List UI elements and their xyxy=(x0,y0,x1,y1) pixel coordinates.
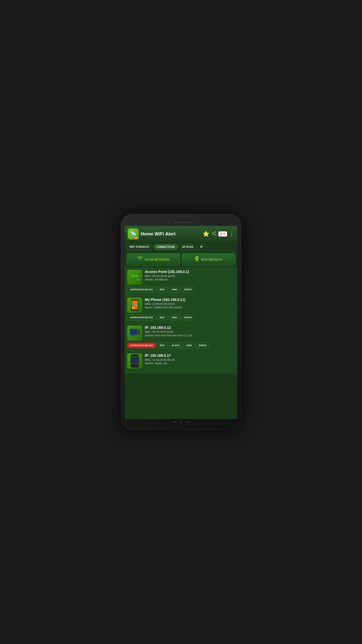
device-actions-2: UNTRUSTED DEVICE EDIT PING PORTS xyxy=(127,315,235,320)
device-icon-phone xyxy=(127,298,142,313)
svg-point-9 xyxy=(139,279,140,280)
google-plus-button[interactable]: g+1 xyxy=(218,231,227,236)
device-details-3: IP: 192.168.0.12 MAC: b8:76:3f:2f:53:d0 … xyxy=(145,326,235,337)
svg-point-18 xyxy=(134,310,135,311)
share-icon[interactable] xyxy=(211,231,216,237)
device-info-row-3: IP: 192.168.0.12 MAC: b8:76:3f:2f:53:d0 … xyxy=(127,326,235,341)
svg-rect-16 xyxy=(132,307,134,309)
svg-rect-31 xyxy=(132,358,138,362)
svg-point-8 xyxy=(138,279,139,280)
device-mac-4: MAC: 1c:1a:c0:62:6b:22 xyxy=(145,358,235,361)
app-title: Home WiFi Alert xyxy=(141,231,201,237)
nav-back xyxy=(174,421,175,423)
device-name-label-2: Name: SAMSUNG-SM-G920V xyxy=(145,306,235,309)
edit-button-1[interactable]: EDIT xyxy=(157,287,168,292)
ping-button-2[interactable]: PING xyxy=(169,315,180,320)
scan-buttons: SCAN NETWORK MAP RESULTS xyxy=(125,252,237,267)
nav-recent xyxy=(187,421,188,423)
svg-rect-13 xyxy=(132,301,137,303)
map-pin-icon xyxy=(195,256,199,263)
phone-camera xyxy=(168,221,170,223)
device-vendor-1: Vendor: Broadcom xyxy=(145,278,235,281)
device-vendor-4: Vendor: Apple, Inc. xyxy=(145,362,235,365)
device-icon-computer xyxy=(127,326,142,341)
untrusted-button-1[interactable]: UNTRUSTED DEVICE xyxy=(127,287,156,292)
device-details-1: Access Point (192.168.0.1) MAC: 00:10:18… xyxy=(145,270,235,281)
untrusted-button-2[interactable]: UNTRUSTED DEVICE xyxy=(127,315,156,320)
ping-button-1[interactable]: PING xyxy=(169,287,180,292)
untrusted-button-3[interactable]: UNTRUSTED DEVICE xyxy=(127,343,156,348)
block-button-3[interactable]: BLOCK xyxy=(169,343,183,348)
device-card-3: IP: 192.168.0.12 MAC: b8:76:3f:2f:53:d0 … xyxy=(125,323,237,351)
device-vendor-3: Vendor: Hon Hai Precision Ind. Co.,Ltd. xyxy=(145,334,235,337)
svg-rect-33 xyxy=(135,362,138,364)
tab-wifi-strength[interactable]: WIFI STRENGTH xyxy=(127,244,152,250)
svg-rect-30 xyxy=(132,356,138,358)
svg-rect-35 xyxy=(133,355,136,355)
map-results-label: MAP RESULTS xyxy=(201,258,222,261)
more-menu-icon[interactable]: ⋮ xyxy=(229,231,234,237)
device-mac-3: MAC: b8:76:3f:2f:53:d0 xyxy=(145,330,235,333)
device-name-2: My Phone (192.168.0.11) xyxy=(145,298,235,302)
scan-network-label: SCAN NETWORK xyxy=(145,258,170,261)
tab-connections[interactable]: CONNECTIONS xyxy=(154,244,178,250)
svg-line-3 xyxy=(212,232,215,233)
edit-button-2[interactable]: EDIT xyxy=(157,315,168,320)
device-name-4: IP: 192.168.0.17 xyxy=(145,353,235,357)
scan-network-button[interactable]: SCAN NETWORK xyxy=(127,253,180,266)
ports-button-2[interactable]: PORTS xyxy=(181,315,195,320)
app-header: 📡 PRO Home WiFi Alert ⭐ g+1 xyxy=(125,226,237,242)
ports-button-3[interactable]: PORTS xyxy=(196,343,209,348)
phone-frame: 📡 PRO Home WiFi Alert ⭐ g+1 xyxy=(121,214,241,430)
device-card-2: My Phone (192.168.0.11) MAC: 02:00:00:00… xyxy=(125,295,237,323)
phone-bottom-bar xyxy=(125,419,237,425)
device-card-1: Access Point (192.168.0.1) MAC: 00:10:18… xyxy=(125,267,237,295)
device-details-4: IP: 192.168.0.17 MAC: 1c:1a:c0:62:6b:22 … xyxy=(145,353,235,365)
svg-rect-32 xyxy=(132,362,134,364)
device-actions-3: UNTRUSTED DEVICE EDIT BLOCK PING PORTS xyxy=(127,343,235,348)
device-info-row-2: My Phone (192.168.0.11) MAC: 02:00:00:00… xyxy=(127,298,235,313)
star-icon[interactable]: ⭐ xyxy=(203,231,209,237)
ping-button-3[interactable]: PING xyxy=(184,343,195,348)
map-results-button[interactable]: MAP RESULTS xyxy=(182,253,235,266)
svg-rect-17 xyxy=(135,307,137,309)
app-icon: 📡 PRO xyxy=(128,228,139,239)
svg-line-4 xyxy=(212,233,215,235)
tab-ap-scan[interactable]: AP SCAN xyxy=(179,244,196,250)
phone-top-bar xyxy=(125,219,237,226)
device-details-2: My Phone (192.168.0.11) MAC: 02:00:00:00… xyxy=(145,298,235,309)
phone-screen: 📡 PRO Home WiFi Alert ⭐ g+1 xyxy=(125,226,237,419)
device-actions-1: UNTRUSTED DEVICE EDIT PING PORTS xyxy=(127,287,235,292)
tab-ip[interactable]: IP xyxy=(198,244,205,250)
device-info-row-4: IP: 192.168.0.17 MAC: 1c:1a:c0:62:6b:22 … xyxy=(127,353,235,369)
device-list: Access Point (192.168.0.1) MAC: 00:10:18… xyxy=(125,267,237,419)
device-mac-2: MAC: 02:00:00:00:00:00 xyxy=(145,302,235,305)
svg-rect-26 xyxy=(130,336,136,336)
svg-point-34 xyxy=(134,366,135,367)
ports-button-1[interactable]: PORTS xyxy=(181,287,195,292)
phone-speaker xyxy=(173,222,194,223)
device-mac-1: MAC: 00:10:18:de:ad:05 xyxy=(145,274,235,277)
device-icon-iphone xyxy=(127,353,142,369)
tabs-bar: WIFI STRENGTH CONNECTIONS AP SCAN IP xyxy=(125,242,237,252)
svg-rect-14 xyxy=(132,304,134,306)
svg-rect-23 xyxy=(138,331,140,332)
svg-rect-25 xyxy=(132,335,134,336)
device-card-4: IP: 192.168.0.17 MAC: 1c:1a:c0:62:6b:22 … xyxy=(125,351,237,373)
edit-button-3[interactable]: EDIT xyxy=(157,343,168,348)
header-actions: ⭐ g+1 ⋮ xyxy=(203,231,234,237)
pro-badge: PRO xyxy=(134,237,138,239)
device-info-row-1: Access Point (192.168.0.1) MAC: 00:10:18… xyxy=(127,270,235,285)
svg-point-5 xyxy=(196,257,198,259)
svg-point-24 xyxy=(139,332,139,333)
device-name-3: IP: 192.168.0.12 xyxy=(145,326,235,330)
svg-rect-15 xyxy=(135,304,137,306)
device-name-1: Access Point (192.168.0.1) xyxy=(145,270,235,274)
wifi-icon xyxy=(137,257,143,262)
device-icon-router xyxy=(127,270,142,285)
nav-home xyxy=(180,421,182,423)
